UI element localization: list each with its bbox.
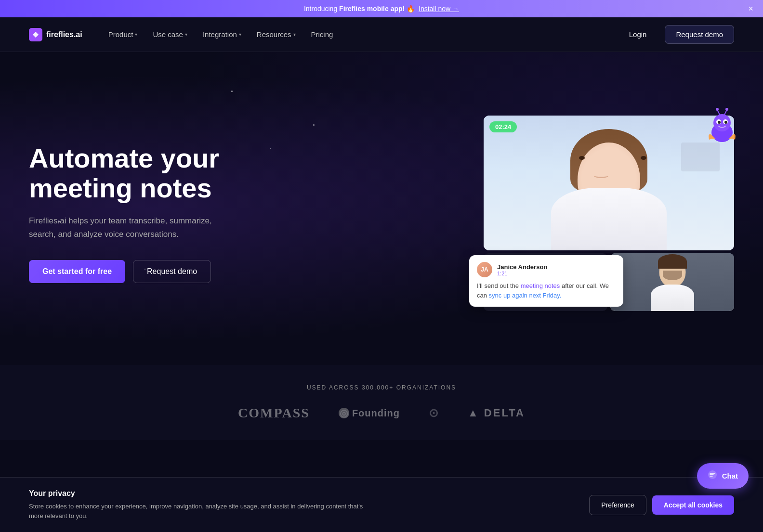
eye-right [641, 156, 646, 160]
svg-point-8 [716, 108, 719, 111]
banner-text: Introducing Fireflies mobile app! 🔥 Inst… [304, 5, 459, 13]
hero-demo-button[interactable]: Request demo [133, 260, 211, 283]
nav-item-product[interactable]: Product ▾ [102, 26, 145, 42]
hero-right: 02:24 Fireflies.ai Notetaker [270, 116, 734, 311]
nav-item-integration[interactable]: Integration ▾ [196, 26, 248, 42]
body2 [651, 285, 694, 311]
banner-cta[interactable]: Install now → [419, 5, 459, 13]
logo[interactable]: fireflies.ai [29, 28, 82, 41]
chat-message: I'll send out the meeting notes after ou… [477, 281, 616, 300]
brand-logo-delta: ▲ DELTA [468, 407, 525, 419]
svg-point-5 [718, 121, 721, 124]
nav-links: Product ▾ Use case ▾ Integration ▾ Resou… [102, 26, 618, 42]
cookie-banner: Your privacy Store cookies to enhance yo… [0, 477, 763, 532]
top-banner: Introducing Fireflies mobile app! 🔥 Inst… [0, 0, 763, 17]
video-main: 02:24 [484, 116, 734, 250]
timer-badge: 02:24 [489, 121, 517, 132]
avatar: JA [477, 262, 492, 277]
hero-left: Automate your meeting notes Fireflies.ai… [29, 143, 270, 283]
nav-usecase-label: Use case [153, 30, 183, 39]
logos-row: COMPASS ◎ Founding ⊙ ▲ DELTA [29, 405, 734, 421]
person2-body [610, 253, 734, 311]
chat-sender-name: Janice Anderson [497, 263, 547, 271]
login-button[interactable]: Login [618, 26, 658, 43]
chevron-down-icon: ▾ [135, 32, 137, 37]
chat-widget[interactable]: Chat [697, 463, 749, 489]
nav-integration-label: Integration [203, 30, 237, 39]
nav-pricing-label: Pricing [311, 30, 333, 39]
chat-time: 1:21 [497, 271, 547, 276]
hero-buttons: Get started for free Request demo [29, 260, 270, 283]
chat-widget-label: Chat [722, 472, 738, 480]
chat-bubble: JA Janice Anderson 1:21 I'll send out th… [469, 255, 623, 307]
chat-highlight-sync: sync up again next Friday. [489, 292, 562, 299]
social-proof-section: USED ACROSS 300,000+ ORGANIZATIONS COMPA… [0, 365, 763, 440]
accept-cookies-button[interactable]: Accept all cookies [652, 495, 734, 515]
svg-point-10 [725, 108, 728, 111]
chat-sender-info: Janice Anderson 1:21 [497, 263, 547, 276]
nav-item-usecase[interactable]: Use case ▾ [146, 26, 194, 42]
star-decoration [231, 91, 233, 92]
person2-tile [610, 253, 734, 311]
get-started-button[interactable]: Get started for free [29, 260, 125, 283]
chevron-down-icon: ▾ [185, 32, 187, 37]
nav-resources-label: Resources [257, 30, 291, 39]
body [551, 188, 667, 250]
preference-button[interactable]: Preference [589, 495, 646, 515]
cookie-description: Store cookies to enhance your experience… [29, 502, 366, 520]
robot-mascot [700, 106, 744, 149]
chat-text-before: I'll send out the [477, 282, 521, 289]
video-main-inner [484, 116, 734, 250]
hair2 [658, 254, 687, 269]
beard2 [663, 271, 682, 280]
brand-logo-compass: COMPASS [238, 405, 310, 421]
video-mockup: 02:24 Fireflies.ai Notetaker [484, 116, 734, 311]
cookie-text-block: Your privacy Store cookies to enhance yo… [29, 489, 366, 520]
chat-bubble-header: JA Janice Anderson 1:21 [477, 262, 616, 277]
logo-text: fireflies.ai [46, 30, 82, 39]
chat-highlight-meeting-notes: meeting notes [521, 282, 560, 289]
svg-point-6 [724, 121, 727, 124]
eye-left [579, 156, 585, 160]
cookie-buttons: Preference Accept all cookies [589, 495, 734, 515]
banner-close[interactable]: × [748, 4, 753, 13]
hero-section: Automate your meeting notes Fireflies.ai… [0, 52, 763, 365]
nav-item-resources[interactable]: Resources ▾ [250, 26, 303, 42]
svg-point-2 [713, 114, 731, 131]
nav-product-label: Product [108, 30, 133, 39]
hero-title: Automate your meeting notes [29, 143, 270, 203]
cookie-title: Your privacy [29, 489, 366, 498]
chevron-down-icon: ▾ [239, 32, 241, 37]
logo-icon [29, 28, 42, 41]
social-proof-title: USED ACROSS 300,000+ ORGANIZATIONS [29, 384, 734, 391]
brand-logo-foundin: ◎ Founding [339, 408, 400, 419]
nav-right: Login Request demo [618, 25, 734, 44]
chat-widget-icon [708, 470, 717, 482]
hero-subtitle: Fireflies.ai helps your team transcribe,… [29, 214, 212, 240]
chevron-down-icon: ▾ [293, 32, 296, 37]
nav-item-pricing[interactable]: Pricing [304, 26, 340, 42]
request-demo-button[interactable]: Request demo [665, 25, 734, 44]
brand-logo-misc: ⊙ [429, 406, 439, 420]
navbar: fireflies.ai Product ▾ Use case ▾ Integr… [0, 17, 763, 52]
